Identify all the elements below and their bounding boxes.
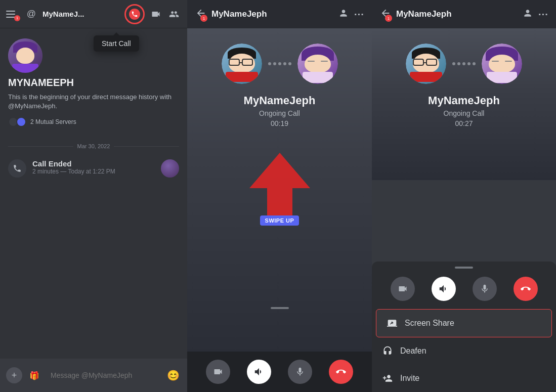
- dot-4: [283, 62, 286, 65]
- avatar: [8, 38, 42, 73]
- call-icon-circle[interactable]: [124, 4, 145, 24]
- invite-menu-item[interactable]: Invite: [372, 365, 556, 392]
- speaker-button[interactable]: [247, 360, 271, 384]
- screen-share-label: Screen Share: [405, 319, 454, 328]
- date-divider: Mar 30, 2022: [8, 143, 179, 149]
- call-timer: 00:19: [271, 119, 288, 127]
- call-menu-user-name: MyNameJeph: [428, 94, 500, 107]
- swipe-arrow: [249, 153, 310, 221]
- hamburger-badge: 1: [14, 15, 20, 21]
- deafen-label: Deafen: [400, 346, 426, 356]
- start-call-tooltip: Start Call: [94, 35, 139, 52]
- menu-icon-group[interactable]: 1: [6, 7, 20, 21]
- end-call-button[interactable]: [329, 360, 353, 384]
- sheet-mic-button[interactable]: [473, 277, 497, 301]
- hamburger-icon[interactable]: 1: [6, 7, 20, 21]
- sheet-controls-row: [372, 269, 556, 309]
- call-menu-header-username: MyNameJeph: [396, 9, 518, 19]
- back-badge: 1: [200, 15, 207, 22]
- call-avatar-local: [222, 43, 262, 84]
- sheet-end-call-button[interactable]: [514, 277, 538, 301]
- friends-icon[interactable]: [167, 7, 181, 21]
- profile-name: MYNAMEEPH: [8, 77, 179, 89]
- bottom-sheet: Screen Share Deafen Invite: [372, 262, 556, 392]
- call-menu-dots: [452, 62, 476, 65]
- pull-indicator: [271, 307, 289, 309]
- call-menu-person-icon[interactable]: [523, 8, 533, 20]
- message-input[interactable]: [47, 364, 161, 386]
- sheet-video-button[interactable]: [391, 277, 415, 301]
- back-icon-wrapper[interactable]: 1: [195, 8, 206, 21]
- svg-marker-0: [249, 153, 310, 219]
- call-header: 1 MyNameJeph ⋯: [187, 0, 372, 28]
- call-menu-timer: 00:27: [455, 119, 473, 127]
- call-ended-subtitle: 2 minutes — Today at 1:22 PM: [32, 168, 155, 175]
- chat-content: MYNAMEEPH This is the beginning of your …: [0, 28, 187, 359]
- call-menu-avatars: [406, 43, 522, 84]
- call-dots-indicator: [268, 62, 291, 65]
- call-menu-panel: 1 MyNameJeph ⋯: [372, 0, 556, 392]
- chat-header-username: MyNameJ...: [42, 10, 120, 18]
- call-avatars-row: [222, 43, 338, 84]
- call-menu-avatar-remote: [482, 43, 522, 84]
- mutual-avatar-2: [16, 117, 26, 127]
- mic-button[interactable]: [288, 360, 312, 384]
- back-icon-wrapper-2[interactable]: 1: [380, 8, 391, 21]
- sheet-speaker-button[interactable]: [432, 277, 456, 301]
- call-menu-status-text: Ongoing Call: [444, 109, 485, 117]
- mutual-servers: 2 Mutual Servers: [8, 117, 179, 127]
- call-person-icon[interactable]: [338, 8, 349, 20]
- call-menu-header: 1 MyNameJeph ⋯: [372, 0, 556, 28]
- call-avatar-remote: [297, 43, 338, 84]
- chat-bottom-bar: + 🎁 😊: [0, 359, 187, 392]
- profile-section: MYNAMEEPH This is the beginning of your …: [8, 38, 179, 127]
- start-call-icon-wrapper[interactable]: [124, 4, 145, 24]
- dot-5: [288, 62, 291, 65]
- chat-header: 1 @ MyNameJ...: [0, 0, 187, 28]
- profile-desc: This is the beginning of your direct mes…: [8, 93, 179, 111]
- video-call-icon[interactable]: [149, 7, 163, 21]
- add-button[interactable]: +: [6, 367, 22, 383]
- more-icon[interactable]: ⋯: [354, 8, 364, 20]
- dot-2: [273, 62, 276, 65]
- call-ended-title: Call Ended: [32, 159, 155, 168]
- dot-3: [278, 62, 281, 65]
- dot-1: [268, 62, 271, 65]
- call-ended-avatar: [161, 159, 179, 178]
- call-ended-message: Call Ended 2 minutes — Today at 1:22 PM: [8, 157, 179, 180]
- call-menu-background: MyNameJeph Ongoing Call 00:27: [372, 28, 556, 180]
- call-controls: [187, 352, 372, 392]
- call-panel: 1 MyNameJeph ⋯: [187, 0, 372, 392]
- gift-button[interactable]: 🎁: [26, 367, 42, 383]
- call-user-name: MyNameJeph: [244, 94, 316, 107]
- call-ended-icon: [8, 159, 26, 178]
- emoji-button[interactable]: 😊: [165, 367, 181, 383]
- swipe-up-section: SWIPE UP: [249, 143, 310, 226]
- phone-icon: [129, 9, 140, 20]
- chat-panel: 1 @ MyNameJ...: [0, 0, 187, 392]
- call-status-text: Ongoing Call: [259, 109, 300, 117]
- deafen-menu-item[interactable]: Deafen: [372, 337, 556, 365]
- call-header-username: MyNameJeph: [211, 9, 333, 19]
- mutual-servers-text: 2 Mutual Servers: [30, 118, 76, 125]
- deafen-icon: [382, 345, 393, 357]
- screen-share-menu-item[interactable]: Screen Share: [376, 309, 552, 337]
- call-menu-avatar-local: [406, 43, 446, 84]
- at-icon: @: [24, 7, 38, 21]
- more-icon-2[interactable]: ⋯: [538, 8, 548, 20]
- back-badge-2: 1: [385, 15, 392, 22]
- invite-label: Invite: [400, 374, 419, 383]
- call-background: MyNameJeph Ongoing Call 00:19 SWIPE UP: [187, 28, 372, 352]
- invite-icon: [382, 373, 393, 384]
- swipe-up-badge: SWIPE UP: [260, 215, 300, 226]
- screen-share-icon: [387, 318, 398, 329]
- call-ended-content: Call Ended 2 minutes — Today at 1:22 PM: [32, 159, 155, 175]
- video-toggle-button[interactable]: [206, 360, 230, 384]
